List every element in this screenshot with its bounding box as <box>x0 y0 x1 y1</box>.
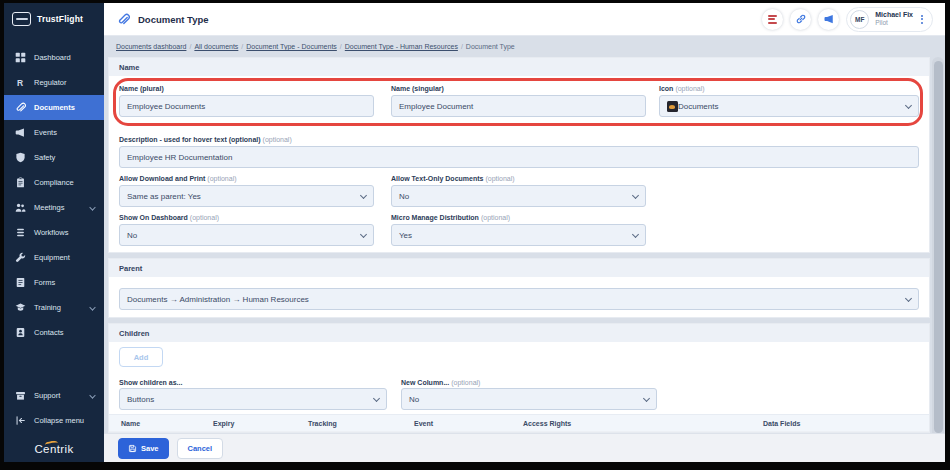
chevron-down-icon <box>905 102 912 109</box>
topbar: Document Type MF Michael Fix Pilot <box>104 3 945 36</box>
stacked-bars-icon <box>768 15 777 24</box>
column-header-access-rights: Access Rights <box>523 420 571 427</box>
paperclip-icon <box>14 102 26 114</box>
paperclip-icon <box>117 13 130 26</box>
user-menu[interactable]: MF Michael Fix Pilot <box>846 7 933 32</box>
column-header-data-fields: Data Fields <box>763 420 800 427</box>
micro-manage-label: Micro Manage Distribution(optional) <box>391 214 510 221</box>
sidebar-item-regulator[interactable]: R Regulator <box>4 70 104 95</box>
footer-actions: Save Cancel <box>104 433 945 462</box>
new-column-select[interactable]: No <box>401 388 657 410</box>
icon-select[interactable]: Documents <box>659 95 919 117</box>
layers-icon <box>14 227 26 239</box>
documents-icon-thumbnail <box>667 101 678 112</box>
allow-download-select[interactable]: Same as parent: Yes <box>119 185 374 207</box>
sidebar-item-meetings[interactable]: Meetings <box>4 195 104 220</box>
sidebar-item-safety[interactable]: Safety <box>4 145 104 170</box>
sidebar-item-collapse-menu[interactable]: Collapse menu <box>4 408 104 433</box>
children-section: Children Add Show children as... Buttons… <box>108 323 930 433</box>
sidebar-bottom-nav: Support Collapse menu <box>4 383 104 433</box>
people-icon <box>14 202 26 214</box>
column-header-expiry: Expiry <box>213 420 234 427</box>
sidebar-item-events[interactable]: Events <box>4 120 104 145</box>
sidebar-item-documents[interactable]: Documents <box>4 95 104 120</box>
support-box-icon <box>14 390 26 402</box>
breadcrumb-link-document-type-documents[interactable]: Document Type - Documents <box>246 43 337 50</box>
chevron-down-icon <box>89 304 95 310</box>
description-label: Description - used for hover text (optio… <box>119 136 292 143</box>
name-section: Name Name (plural) Name (singular) Icon(… <box>108 57 930 253</box>
form-icon <box>14 277 26 289</box>
activity-log-button[interactable] <box>762 9 783 30</box>
link-icon <box>795 13 807 25</box>
breadcrumb-link-all-documents[interactable]: All documents <box>194 43 238 50</box>
main-area: Document Type MF Michael Fix Pilot <box>104 3 945 462</box>
chevron-down-icon <box>632 192 639 199</box>
breadcrumb-current: Document Type <box>466 43 515 50</box>
floppy-disk-icon <box>128 444 137 453</box>
save-button[interactable]: Save <box>118 438 169 459</box>
name-plural-label: Name (plural) <box>119 85 164 92</box>
scrollbar-thumb[interactable] <box>934 61 943 433</box>
collapse-menu-icon <box>14 415 26 427</box>
show-children-as-select[interactable]: Buttons <box>119 388 387 410</box>
parent-section: Parent Documents → Administration → Huma… <box>108 258 930 318</box>
sidebar-item-forms[interactable]: Forms <box>4 270 104 295</box>
name-singular-label: Name (singular) <box>391 85 444 92</box>
description-input[interactable] <box>119 146 919 168</box>
copy-link-button[interactable] <box>790 9 811 30</box>
show-on-dashboard-label: Show On Dashboard(optional) <box>119 214 219 221</box>
sidebar-item-support[interactable]: Support <box>4 383 104 408</box>
column-header-event: Event <box>414 420 433 427</box>
sidebar-item-workflows[interactable]: Workflows <box>4 220 104 245</box>
new-column-label: New Column...(optional) <box>401 379 480 386</box>
trustflight-logo-text: TrustFlight <box>37 14 83 24</box>
sidebar-item-compliance[interactable]: Compliance <box>4 170 104 195</box>
megaphone-icon <box>14 127 26 139</box>
page-title: Document Type <box>138 14 209 25</box>
wrench-icon <box>14 252 26 264</box>
chevron-down-icon <box>632 231 639 238</box>
allow-text-only-label: Allow Text-Only Documents(optional) <box>391 175 515 182</box>
sidebar-item-dashboard[interactable]: Dashboard <box>4 45 104 70</box>
sidebar-item-contacts[interactable]: Contacts <box>4 320 104 345</box>
cancel-button[interactable]: Cancel <box>177 438 224 459</box>
screenshot-frame: TrustFlight Dashboard R Regulator Docume… <box>0 0 950 470</box>
name-section-title: Name <box>109 58 929 76</box>
parent-select[interactable]: Documents → Administration → Human Resou… <box>119 288 919 310</box>
column-header-tracking: Tracking <box>308 420 337 427</box>
allow-text-only-select[interactable]: No <box>391 185 646 207</box>
regulator-icon: R <box>14 77 26 89</box>
breadcrumb-link-documents-dashboard[interactable]: Documents dashboard <box>116 43 186 50</box>
chevron-down-icon <box>89 392 95 398</box>
icon-label: Icon(optional) <box>659 85 705 92</box>
name-singular-input[interactable] <box>391 95 646 117</box>
user-role: Pilot <box>875 19 913 26</box>
centrik-logo: Centrik <box>4 439 104 457</box>
chevron-down-icon <box>89 204 95 210</box>
graduation-cap-icon <box>14 302 26 314</box>
show-on-dashboard-select[interactable]: No <box>119 224 374 246</box>
megaphone-icon <box>823 13 835 25</box>
avatar: MF <box>850 10 869 29</box>
breadcrumb: Documents dashboard/All documents/Docume… <box>116 43 515 50</box>
add-child-button[interactable]: Add <box>119 347 163 367</box>
announcements-button[interactable] <box>818 9 839 30</box>
user-name: Michael Fix <box>875 11 913 19</box>
chevron-down-icon <box>643 395 650 402</box>
children-table-header: Name Expiry Tracking Event Access Rights… <box>109 414 929 431</box>
breadcrumb-link-document-type-human-resources[interactable]: Document Type - Human Resources <box>345 43 458 50</box>
sidebar-item-equipment[interactable]: Equipment <box>4 245 104 270</box>
trustflight-logo[interactable]: TrustFlight <box>12 12 83 26</box>
allow-download-label: Allow Download and Print(optional) <box>119 175 237 182</box>
kebab-menu-icon[interactable] <box>919 13 925 26</box>
name-plural-input[interactable] <box>119 95 374 117</box>
app-window: TrustFlight Dashboard R Regulator Docume… <box>4 3 945 462</box>
micro-manage-select[interactable]: Yes <box>391 224 646 246</box>
children-section-title: Children <box>109 324 929 342</box>
chevron-down-icon <box>360 231 367 238</box>
sidebar-item-training[interactable]: Training <box>4 295 104 320</box>
chevron-down-icon <box>905 295 912 302</box>
parent-section-title: Parent <box>109 259 929 277</box>
contact-book-icon <box>14 327 26 339</box>
